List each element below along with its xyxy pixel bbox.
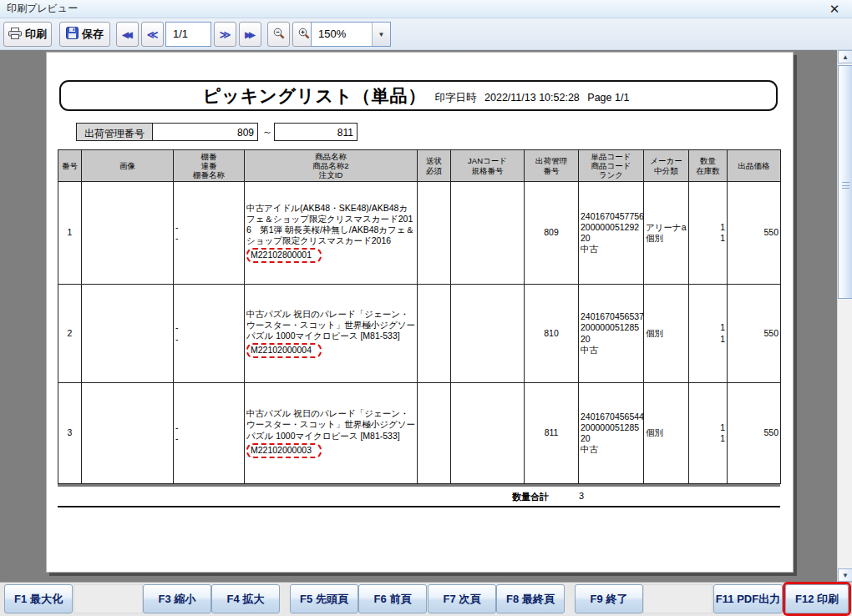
document-page: ピッキングリスト（単品） 印字日時 2022/11/13 10:52:28 Pa… xyxy=(46,52,794,573)
zoom-dropdown-button[interactable]: ▼ xyxy=(372,23,390,46)
cell-ship-no: 811 xyxy=(525,383,579,484)
print-preview-window: 印刷プレビュー ✕ 印刷 保存 ◀◀ ≪ 1/1 ≫ ▶▶ xyxy=(0,0,852,616)
zoom-in-icon xyxy=(297,27,311,43)
cell-no: 1 xyxy=(58,182,82,285)
total-value: 3 xyxy=(560,491,602,501)
vertical-scrollbar[interactable]: ▲ ▼ xyxy=(837,50,852,582)
f1-maximize-button[interactable]: F1 最大化 xyxy=(4,584,73,613)
prev-page-icon: ≪ xyxy=(147,28,159,41)
f9-exit-button[interactable]: F9 終了 xyxy=(575,584,643,613)
f11-pdf-export-button[interactable]: F11 PDF出力 xyxy=(713,584,783,613)
scrollbar-up-button[interactable]: ▲ xyxy=(838,50,852,63)
document-title: ピッキングリスト（単品） xyxy=(203,84,427,108)
order-id-box: M22102800001 xyxy=(246,248,322,263)
scrollbar-down-button[interactable]: ▼ xyxy=(838,568,852,582)
header-codes: 単品コード 商品コード ランク xyxy=(579,150,644,182)
titlebar: 印刷プレビュー ✕ xyxy=(0,0,852,18)
last-page-button[interactable]: ▶▶ xyxy=(239,22,261,47)
divider-line-thick xyxy=(58,484,780,487)
cell-shelf: - - xyxy=(174,285,245,383)
next-page-icon: ≫ xyxy=(220,28,231,41)
zoom-out-icon xyxy=(272,27,286,43)
print-button[interactable]: 印刷 xyxy=(3,22,52,47)
next-page-button[interactable]: ≫ xyxy=(214,22,236,47)
printed-at-label: 印字日時 xyxy=(435,92,477,104)
cell-maker: 個別 xyxy=(644,285,689,383)
first-page-button[interactable]: ◀◀ xyxy=(116,22,139,47)
cell-price: 550 xyxy=(728,182,781,285)
cell-invoice xyxy=(418,285,451,383)
f8-last-page-button[interactable]: F8 最終頁 xyxy=(496,584,565,613)
print-button-label: 印刷 xyxy=(25,27,47,42)
f12-print-button[interactable]: F12 印刷 xyxy=(785,584,849,613)
table-row: 2 - - 中古パズル 祝日のパレード「ジェーン・ウースター・スコット」世界極小… xyxy=(58,285,781,383)
cell-codes: 2401670456544 200000051285 20 中古 xyxy=(579,383,644,484)
product-name: 中古パズル 祝日のパレード「ジェーン・ウースター・スコット」世界極小ジグソーパズ… xyxy=(246,309,415,341)
preview-area: ピッキングリスト（単品） 印字日時 2022/11/13 10:52:28 Pa… xyxy=(0,50,852,582)
cell-jan xyxy=(451,285,525,383)
ship-range-to: 811 xyxy=(274,123,358,141)
toolbar: 印刷 保存 ◀◀ ≪ 1/1 ≫ ▶▶ 150% ▼ xyxy=(0,18,852,50)
cell-no: 2 xyxy=(58,285,82,383)
header-ship-no: 出荷管理 番号 xyxy=(525,150,579,182)
save-button[interactable]: 保存 xyxy=(59,22,110,47)
f4-zoom-in-button[interactable]: F4 拡大 xyxy=(211,584,280,613)
divider-line-thin xyxy=(58,506,780,507)
header-qty: 数量 在庫数 xyxy=(689,150,728,182)
arrow-down-icon: ▼ xyxy=(842,572,849,579)
printed-at-value: 2022/11/13 10:52:28 xyxy=(484,92,580,104)
cell-codes: 2401670456537 200000051285 20 中古 xyxy=(579,285,644,383)
ship-range-from: 809 xyxy=(152,123,258,141)
close-icon[interactable]: ✕ xyxy=(824,1,845,18)
cell-image xyxy=(82,182,174,285)
table-header-row: 番号 画像 棚番 連番 棚番名称 商品名称 商品名称2 注文ID 送状 必須 J… xyxy=(58,150,781,182)
picking-list-table: 番号 画像 棚番 連番 棚番名称 商品名称 商品名称2 注文ID 送状 必須 J… xyxy=(58,149,781,484)
cell-qty: 1 1 xyxy=(689,285,728,383)
page-number-field[interactable]: 1/1 xyxy=(165,22,211,47)
cell-image xyxy=(82,383,174,484)
scrollbar-thumb[interactable] xyxy=(838,65,852,299)
zoom-level-combobox[interactable]: 150% ▼ xyxy=(311,22,391,47)
cell-codes: 2401670457756 200000051292 20 中古 xyxy=(579,182,644,285)
window-title: 印刷プレビュー xyxy=(7,2,78,16)
cell-maker: アリーナa 個別 xyxy=(644,182,689,285)
cell-qty: 1 1 xyxy=(689,383,728,484)
order-id-box: M22102000004 xyxy=(246,343,322,358)
printer-icon xyxy=(8,28,22,42)
table-row: 1 - - 中古アイドル(AKB48・SKE48)/AKB48カフェ＆ショップ限… xyxy=(58,182,781,285)
floppy-icon xyxy=(66,27,79,42)
arrow-up-icon: ▲ xyxy=(842,53,849,61)
header-invoice: 送状 必須 xyxy=(418,150,451,182)
f6-prev-page-button[interactable]: F6 前頁 xyxy=(358,584,427,613)
header-no: 番号 xyxy=(58,150,82,182)
f3-zoom-out-button[interactable]: F3 縮小 xyxy=(143,584,211,613)
f2-empty-slot xyxy=(74,584,143,613)
cell-maker: 個別 xyxy=(644,383,689,484)
f7-next-page-button[interactable]: F7 次頁 xyxy=(428,584,496,613)
zoom-level-value[interactable]: 150% xyxy=(312,23,372,46)
cell-no: 3 xyxy=(58,383,82,484)
total-label: 数量合計 xyxy=(512,491,549,503)
header-image: 画像 xyxy=(82,150,174,182)
order-id-box: M22102000003 xyxy=(246,443,322,458)
ship-range-label: 出荷管理番号 xyxy=(76,123,153,141)
header-product: 商品名称 商品名称2 注文ID xyxy=(245,150,418,182)
header-maker: メーカー 中分類 xyxy=(644,150,689,182)
prev-page-button[interactable]: ≪ xyxy=(141,22,164,47)
product-name: 中古パズル 祝日のパレード「ジェーン・ウースター・スコット」世界極小ジグソーパズ… xyxy=(246,408,415,441)
ship-range-row: 出荷管理番号 809 ～ 811 xyxy=(47,123,793,143)
cell-product: 中古パズル 祝日のパレード「ジェーン・ウースター・スコット」世界極小ジグソーパズ… xyxy=(245,383,418,484)
cell-ship-no: 809 xyxy=(525,182,579,285)
range-separator: ～ xyxy=(262,125,272,139)
cell-shelf: - - xyxy=(174,383,245,484)
last-page-icon: ▶▶ xyxy=(245,30,255,39)
zoom-out-button[interactable] xyxy=(267,22,290,47)
cell-product: 中古パズル 祝日のパレード「ジェーン・ウースター・スコット」世界極小ジグソーパズ… xyxy=(245,285,418,383)
cell-price: 550 xyxy=(728,383,781,484)
cell-ship-no: 810 xyxy=(525,285,579,383)
f5-first-page-button[interactable]: F5 先頭頁 xyxy=(290,584,358,613)
cell-jan xyxy=(451,182,525,285)
first-page-icon: ◀◀ xyxy=(122,30,132,39)
header-price: 出品価格 xyxy=(728,150,781,182)
document-title-box: ピッキングリスト（単品） 印字日時 2022/11/13 10:52:28 Pa… xyxy=(59,80,778,111)
